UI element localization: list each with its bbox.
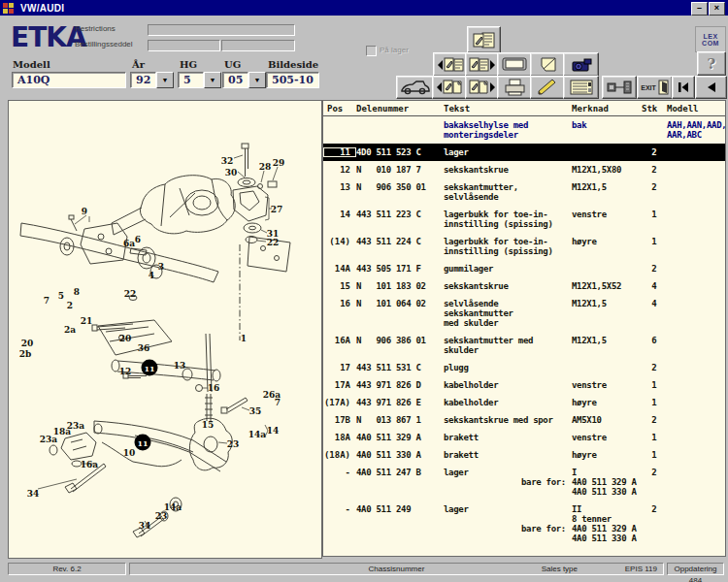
cell-pos: 16A: [323, 336, 356, 355]
close-button[interactable]: ×: [709, 2, 725, 16]
table-row[interactable]: 15N 101 183 02sekskantskrueM12X1,5X524: [323, 277, 725, 295]
diagram-callout-4[interactable]: 4: [149, 271, 154, 280]
diagram-callout-21[interactable]: 21: [81, 316, 93, 326]
table-row[interactable]: 16N 101 064 02selvlåsende sekskantmutter…: [323, 295, 725, 332]
note-button[interactable]: [530, 52, 565, 77]
minimize-button[interactable]: –: [691, 2, 708, 16]
diagram-callout-34[interactable]: 34: [139, 521, 151, 531]
diagram-callout-5[interactable]: 5: [58, 291, 64, 301]
order-form-field-2[interactable]: [221, 40, 295, 51]
ug-select[interactable]: 05 ▼: [222, 72, 266, 88]
diagram-callout-14[interactable]: 14: [267, 426, 280, 436]
diagram-callout-1[interactable]: 1: [241, 334, 247, 343]
diagram-callout-28[interactable]: 28: [259, 162, 272, 172]
camera-button[interactable]: [563, 52, 599, 77]
ug-dropdown-icon[interactable]: ▼: [248, 72, 266, 88]
first-page-button[interactable]: [672, 76, 695, 99]
table-row[interactable]: 17A443 971 826 Dkabelholdervenstre1: [323, 376, 725, 394]
stock-checkbox[interactable]: [366, 46, 377, 56]
hg-select[interactable]: 5 ▼: [178, 72, 221, 88]
cell-modell: [667, 336, 725, 355]
prev-page-button[interactable]: [432, 76, 467, 99]
diagram-callout-23[interactable]: 23: [227, 439, 240, 449]
diagram-callout-36[interactable]: 36: [138, 343, 150, 353]
connection-button[interactable]: [602, 76, 637, 99]
diagram-callout-16[interactable]: 16: [208, 383, 220, 393]
parts-list-button[interactable]: [563, 76, 599, 99]
back-button[interactable]: [695, 76, 727, 99]
cell-delenummer: N 010 187 7: [356, 165, 444, 175]
diagram-callout-27[interactable]: 27: [271, 205, 283, 214]
restrictions-field[interactable]: [148, 24, 295, 36]
table-row[interactable]: (17A)443 971 826 Ekabelholderhøyre1: [323, 394, 725, 411]
print-button[interactable]: [497, 76, 532, 99]
page-edit-button[interactable]: [467, 26, 501, 53]
hg-dropdown-icon[interactable]: ▼: [204, 72, 221, 88]
diagram-callout-6[interactable]: 6: [135, 235, 141, 244]
cell-pos: (18A): [323, 450, 356, 460]
parts-diagram: [9, 101, 321, 558]
car-button[interactable]: [396, 76, 434, 99]
table-row[interactable]: 12N 010 187 7sekskantskrueM12X1,5X802: [323, 161, 725, 178]
diagram-callout-32[interactable]: 32: [221, 156, 234, 166]
diagram-selected-callout-11[interactable]: 11: [142, 360, 158, 376]
table-row[interactable]: 114D0 511 523 Clager2: [323, 144, 725, 161]
table-row[interactable]: -4A0 511 249lagerII 8 tenner2bare for:4A…: [323, 501, 725, 547]
order-form-field-1[interactable]: [148, 40, 220, 51]
diagram-callout-16a[interactable]: 16a: [81, 460, 98, 469]
diagram-callout-20[interactable]: 20: [21, 339, 34, 348]
diagram-callout-2[interactable]: 2: [67, 301, 73, 310]
diagram-callout-10[interactable]: 10: [123, 448, 136, 458]
table-row[interactable]: (18A)4A0 511 330 Abraketthøyre1: [323, 446, 725, 464]
diagram-callout-12[interactable]: 12: [119, 367, 132, 376]
next-page-list-button[interactable]: [465, 52, 499, 77]
diagram-callout-9[interactable]: 9: [82, 207, 87, 216]
diagram-callout-29[interactable]: 29: [273, 158, 285, 168]
cell-stk: 1: [642, 433, 667, 442]
diagram-callout-14a[interactable]: 14a: [248, 430, 266, 439]
diagram-callout-2a[interactable]: 2a: [64, 325, 76, 335]
col-delenummer: Delenummer: [356, 104, 444, 113]
diagram-callout-22[interactable]: 22: [267, 238, 280, 247]
exit-button[interactable]: EXIT: [637, 76, 673, 99]
help-button[interactable]: ?: [697, 51, 726, 76]
diagram-callout-23[interactable]: 23: [155, 511, 168, 521]
cell-modell: [667, 415, 725, 425]
year-select[interactable]: 92 ▼: [130, 72, 174, 88]
cell-pos: 18A: [323, 433, 356, 442]
epis-status: EPIS 119: [625, 564, 657, 575]
table-row[interactable]: 17BN 013 867 1sekskantskrue med sporAM5X…: [323, 411, 725, 429]
table-row[interactable]: -4A0 511 247 BlagerI2bare for:4A0 511 32…: [323, 464, 725, 501]
diagram-callout-22[interactable]: 22: [124, 289, 137, 299]
monitor-button[interactable]: [497, 52, 532, 77]
table-row[interactable]: 17443 511 531 Cplugg2: [323, 359, 725, 376]
modell-input[interactable]: A10Q: [12, 72, 126, 88]
diagram-callout-7[interactable]: 7: [275, 398, 281, 407]
diagram-callout-7[interactable]: 7: [44, 296, 50, 306]
table-row[interactable]: 14443 511 223 Clagerbukk for toe-in- inn…: [323, 206, 725, 233]
prev-page-list-button[interactable]: [433, 52, 467, 77]
table-row[interactable]: 14A443 505 171 Fgummilager2: [323, 260, 725, 277]
diagram-callout-6a[interactable]: 6a: [123, 239, 135, 248]
table-row[interactable]: (14)443 511 224 Clagerbukk for toe-in- i…: [323, 233, 725, 260]
year-dropdown-icon[interactable]: ▼: [156, 72, 174, 88]
diagram-callout-8[interactable]: 8: [74, 287, 80, 297]
diagram-callout-15[interactable]: 15: [202, 420, 215, 430]
cell-pos: 14A: [323, 264, 356, 274]
diagram-callout-2b[interactable]: 2b: [19, 349, 32, 359]
next-page-button[interactable]: [465, 76, 499, 99]
diagram-callout-13[interactable]: 13: [174, 361, 186, 371]
diagram-callout-3[interactable]: 3: [158, 262, 164, 272]
table-row[interactable]: 18A4A0 511 329 Abrakettvenstre1: [323, 429, 725, 446]
diagram-callout-23a[interactable]: 23a: [40, 435, 57, 444]
bildeside-input[interactable]: 505-10: [266, 72, 319, 88]
diagram-selected-callout-11[interactable]: 11: [135, 435, 151, 451]
diagram-callout-30[interactable]: 30: [225, 168, 238, 178]
diagram-callout-34[interactable]: 34: [27, 489, 40, 499]
diagram-callout-35[interactable]: 35: [249, 406, 262, 416]
pencil-button[interactable]: [530, 76, 565, 99]
table-row[interactable]: 13N 906 350 01sekskantmutter, selvlåsend…: [323, 178, 725, 206]
diagram-callout-20[interactable]: 20: [119, 334, 132, 343]
table-row[interactable]: 16AN 906 386 01sekskantmutter med skulde…: [323, 332, 725, 359]
cell-bare-for-value: 4A0 511 330 A: [572, 487, 725, 497]
